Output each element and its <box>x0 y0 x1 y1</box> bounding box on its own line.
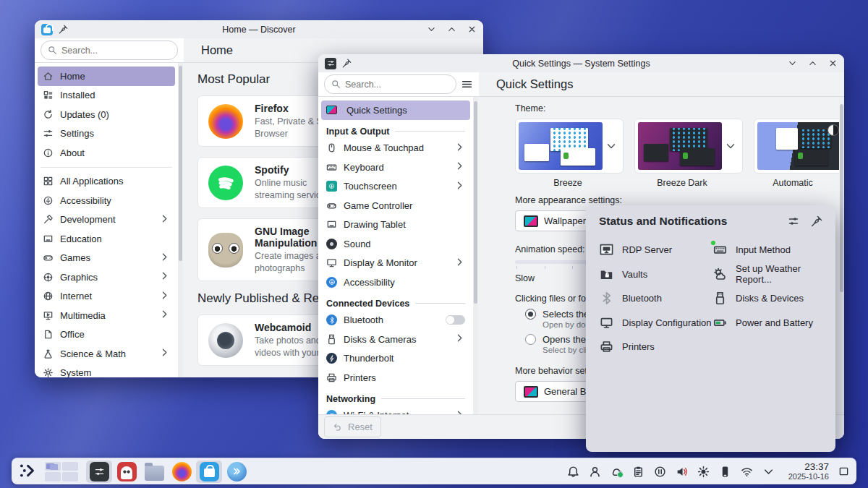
sidebar-item-all-applications[interactable]: All Applications <box>38 172 175 192</box>
behavior-monitor-icon <box>524 386 538 398</box>
task-konqueror[interactable] <box>224 461 250 483</box>
hamburger-icon[interactable] <box>461 78 473 90</box>
sidebar-item-office[interactable]: Office <box>38 325 175 345</box>
tray-item-input-method[interactable]: Input Method <box>712 238 822 262</box>
sidebar-item-touchscreen[interactable]: Touchscreen <box>321 177 470 197</box>
sidebar-item-graphics[interactable]: Graphics <box>38 267 175 287</box>
show-desktop-icon[interactable] <box>838 465 849 478</box>
wifi-icon[interactable] <box>741 466 753 478</box>
task-discover[interactable] <box>196 461 222 483</box>
task-firefox[interactable] <box>169 461 195 483</box>
sidebar-item-multimedia[interactable]: Multimedia <box>38 306 175 325</box>
tray-item-weather-report[interactable]: Set up Weather Report... <box>712 262 822 287</box>
theme-card-automatic[interactable] <box>754 119 839 174</box>
minimize-icon[interactable] <box>788 59 797 68</box>
tray-item-power-battery[interactable]: Power and Battery <box>712 311 822 335</box>
flask-icon <box>43 348 54 359</box>
sidebar-item-accessibility[interactable]: Accessibility <box>321 273 470 292</box>
search-icon <box>48 46 57 55</box>
theme-card-breeze-dark[interactable] <box>634 119 743 174</box>
cloud-sync-icon[interactable] <box>610 466 623 478</box>
scrollbar[interactable] <box>178 63 183 377</box>
sidebar-item-disks-cameras[interactable]: Disks & Cameras <box>321 330 470 349</box>
quick-settings-icon <box>326 106 337 114</box>
globe-icon <box>43 291 54 301</box>
sidebar-item-accessibility[interactable]: Accessibility <box>38 191 175 210</box>
theme-dropdown-chevron[interactable] <box>722 122 739 170</box>
search-field[interactable] <box>41 40 178 60</box>
sidebar-item-development[interactable]: Development <box>38 210 175 230</box>
volume-muted-icon[interactable] <box>676 466 688 478</box>
brightness-icon[interactable] <box>697 466 710 478</box>
scrollbar[interactable] <box>839 97 844 439</box>
search-input[interactable] <box>61 46 171 56</box>
tray-item-rdp-server[interactable]: RDP Server <box>599 238 712 262</box>
theme-card-breeze[interactable] <box>515 119 624 174</box>
sidebar-item-mouse-touchpad[interactable]: Mouse & Touchpad <box>321 139 470 158</box>
sidebar-item-settings[interactable]: Settings <box>38 124 175 144</box>
sidebar-item-science-math[interactable]: Science & Math <box>38 344 175 364</box>
maximize-icon[interactable] <box>808 59 817 68</box>
expand-chevron-icon[interactable] <box>762 466 775 478</box>
sidebar-item-bluetooth[interactable]: Bluetooth <box>321 311 470 330</box>
radio-on-icon[interactable] <box>525 309 536 320</box>
pin-icon[interactable] <box>811 215 822 227</box>
page-title: Quick Settings <box>479 72 844 96</box>
close-icon[interactable] <box>828 59 838 68</box>
chevron-right-icon <box>454 180 465 193</box>
sidebar-item-internet[interactable]: Internet <box>38 287 175 307</box>
user-icon[interactable] <box>589 466 601 478</box>
tray-item-display-configuration[interactable]: Display Configuration <box>599 311 712 335</box>
tray-item-bluetooth[interactable]: Bluetooth <box>599 286 712 311</box>
pause-icon[interactable] <box>654 466 666 478</box>
sidebar-item-printers[interactable]: Printers <box>321 368 470 388</box>
theme-dropdown-chevron[interactable] <box>603 122 620 170</box>
chevron-right-icon <box>159 252 170 265</box>
wallpaper-button[interactable]: Wallpaper <box>515 210 595 231</box>
sidebar-item-keyboard[interactable]: Keyboard <box>321 158 470 177</box>
system-settings-titlebar[interactable]: Quick Settings — System Settings <box>318 54 844 72</box>
sidebar-item-quick-settings[interactable]: Quick Settings <box>321 100 470 120</box>
tray-item-disks-devices[interactable]: Disks & Devices <box>712 286 822 311</box>
search-input[interactable] <box>345 80 449 90</box>
task-ghostwriter[interactable] <box>114 461 140 483</box>
printer-icon <box>326 372 337 383</box>
tray-item-vaults[interactable]: Vaults <box>599 262 712 287</box>
configure-sliders-icon[interactable] <box>788 215 799 227</box>
clipboard-icon[interactable] <box>632 466 644 478</box>
tablet-icon <box>326 219 337 230</box>
sidebar-item-thunderbolt[interactable]: Thunderbolt <box>321 349 470 369</box>
app-launcher-icon[interactable] <box>19 462 38 481</box>
sidebar-item-installed[interactable]: Installed <box>38 86 175 106</box>
close-icon[interactable] <box>467 25 477 34</box>
task-system-settings[interactable] <box>86 461 112 483</box>
kdeconnect-phone-icon[interactable] <box>719 466 731 478</box>
radio-off-icon[interactable] <box>525 334 536 345</box>
sidebar-item-home[interactable]: Home <box>38 67 175 86</box>
maximize-icon[interactable] <box>447 25 456 34</box>
minimize-icon[interactable] <box>427 25 436 34</box>
sidebar-item-display-monitor[interactable]: Display & Monitor <box>321 254 470 273</box>
sidebar-item-sound[interactable]: Sound <box>321 234 470 254</box>
sidebar-item-updates[interactable]: Updates (0) <box>38 105 175 124</box>
sidebar-item-game-controller[interactable]: Game Controller <box>321 196 470 215</box>
virtual-desktop-pager[interactable] <box>45 462 78 481</box>
tray-item-printers[interactable]: Printers <box>599 335 712 359</box>
sidebar-item-games[interactable]: Games <box>38 249 175 268</box>
popup-title: Status and Notifications <box>599 215 776 228</box>
sidebar-item-education[interactable]: Education <box>38 229 175 249</box>
grid-icon <box>43 176 54 187</box>
reset-button[interactable]: Reset <box>324 416 381 437</box>
task-dolphin[interactable] <box>141 461 167 483</box>
sidebar-item-system[interactable]: System <box>38 364 175 378</box>
digital-clock[interactable]: 23:37 2025-10-16 <box>788 461 829 481</box>
scrollbar[interactable] <box>473 97 478 439</box>
touchscreen-icon <box>326 181 337 192</box>
sidebar-item-drawing-tablet[interactable]: Drawing Tablet <box>321 215 470 235</box>
sidebar-item-about[interactable]: About <box>38 143 175 163</box>
firefox-icon <box>172 462 192 481</box>
search-field[interactable] <box>324 74 456 94</box>
bell-icon[interactable] <box>567 466 579 478</box>
bluetooth-toggle[interactable] <box>446 315 465 325</box>
discover-titlebar[interactable]: Home — Discover <box>35 20 483 38</box>
